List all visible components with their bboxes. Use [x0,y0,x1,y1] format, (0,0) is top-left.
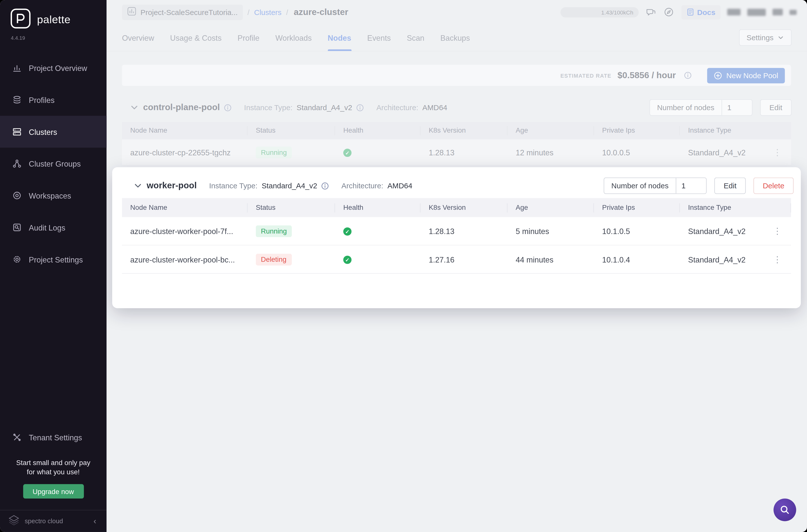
architecture-label: Architecture: [341,182,383,190]
row-actions-kebab-icon[interactable]: ⋮ [771,226,784,236]
health-cell: ✓ [335,254,420,264]
target-icon [12,191,21,200]
sidebar-item-label: Workspaces [29,191,71,200]
status-badge: Deleting [256,253,292,265]
column-header: Status [248,203,335,212]
number-of-nodes-label: Number of nodes [604,178,676,194]
tools-icon [12,433,21,442]
pool-header: worker-pool Instance Type: Standard_A4_v… [112,173,801,198]
chart-icon [12,63,21,72]
sidebar-item-label: Cluster Groups [29,159,81,168]
table-row: azure-cluster-worker-pool-bc... Deleting… [122,246,791,274]
help-search-fab[interactable] [773,498,796,521]
sidebar: palette 4.4.19 Project Overview Profiles… [0,0,107,532]
delete-pool-button[interactable]: Delete [753,177,794,194]
column-header: K8s Version [420,203,507,212]
k8s-version-cell: 1.28.13 [420,227,507,235]
column-header: Health [335,203,420,212]
footer-brand-text: spectro cloud [25,517,63,525]
age-cell: 5 minutes [507,227,594,235]
sidebar-nav: Project Overview Profiles Clusters Clust… [0,52,107,275]
sidebar-item-project-overview[interactable]: Project Overview [0,52,107,84]
row-actions-kebab-icon[interactable]: ⋮ [771,254,784,265]
private-ip-cell: 10.1.0.4 [594,255,680,264]
sidebar-item-tenant-settings[interactable]: Tenant Settings [0,424,107,450]
column-header: Age [507,203,594,212]
palette-logo-icon [10,8,31,31]
nodes-table: Node Name Status Health K8s Version Age … [122,198,791,274]
info-icon[interactable] [321,182,329,190]
table-header-row: Node Name Status Health K8s Version Age … [122,198,791,217]
sidebar-item-label: Tenant Settings [29,433,82,442]
sidebar-item-label: Audit Logs [29,223,65,232]
node-name-cell: azure-cluster-worker-pool-bc... [122,255,248,264]
audit-magnifier-icon [12,223,21,232]
brand-row: palette [0,0,107,31]
sidebar-item-profiles[interactable]: Profiles [0,84,107,116]
age-cell: 44 minutes [507,255,594,264]
sidebar-item-label: Project Settings [29,255,83,264]
health-check-icon: ✓ [343,256,352,264]
sidebar-item-workspaces[interactable]: Workspaces [0,179,107,212]
column-header: Instance Type [680,203,791,212]
number-of-nodes-input[interactable] [676,178,706,194]
sidebar-item-cluster-groups[interactable]: Cluster Groups [0,148,107,179]
sidebar-item-label: Project Overview [29,63,87,72]
sidebar-item-label: Profiles [29,95,54,104]
node-name-cell: azure-cluster-worker-pool-7f... [122,227,248,235]
sidebar-item-audit-logs[interactable]: Audit Logs [0,212,107,244]
gear-icon [12,255,21,264]
app-window: palette 4.4.19 Project Overview Profiles… [0,0,807,532]
status-badge: Running [256,225,292,237]
spectro-cloud-logo-icon [7,514,21,529]
instance-type-text: Standard_A4_v2 [688,227,746,235]
sidebar-item-project-settings[interactable]: Project Settings [0,243,107,275]
status-cell: Deleting [248,253,335,265]
health-cell: ✓ [335,226,420,236]
pool-controls: Number of nodes Edit Delete [604,177,793,194]
number-of-nodes-control: Number of nodes [604,177,707,194]
app-version: 4.4.19 [0,31,107,41]
status-cell: Running [248,225,335,237]
instance-type-cell: Standard_A4_v2 ⋮ [680,254,791,265]
column-header: Private Ips [594,203,680,212]
sidebar-bottom: Tenant Settings Start small and only pay… [0,424,107,532]
upgrade-button[interactable]: Upgrade now [23,484,84,498]
main-area: Project-ScaleSecureTutoria... / Clusters… [107,0,807,532]
sidebar-footer: spectro cloud ‹ [0,510,107,532]
promo-line-1: Start small and only pay [0,458,107,468]
health-check-icon: ✓ [343,228,352,236]
instance-type-cell: Standard_A4_v2 ⋮ [680,226,791,236]
edit-pool-button[interactable]: Edit [714,177,746,194]
table-row: azure-cluster-worker-pool-7f... Running … [122,217,791,245]
private-ip-cell: 10.1.0.5 [594,227,680,235]
instance-type-text: Standard_A4_v2 [688,255,746,264]
clusters-icon [12,127,21,136]
promo-line-2: for what you use! [0,468,107,477]
collapse-pool-chevron-icon[interactable] [134,182,142,190]
collapse-sidebar-chevron-icon[interactable]: ‹ [91,515,99,527]
layers-icon [12,95,21,104]
sidebar-item-clusters[interactable]: Clusters [0,116,107,148]
pool-name: worker-pool [147,180,196,191]
network-icon [12,159,21,168]
k8s-version-cell: 1.27.16 [420,255,507,264]
pool-section-worker-pool: worker-pool Instance Type: Standard_A4_v… [112,167,801,308]
promo-text: Start small and only pay for what you us… [0,458,107,477]
brand-name: palette [37,14,71,26]
instance-type-label: Instance Type: [209,182,258,190]
architecture-value: AMD64 [388,182,413,190]
sidebar-item-label: Clusters [29,127,57,136]
instance-type-value: Standard_A4_v2 [262,182,317,190]
column-header: Node Name [122,203,248,212]
search-icon [780,505,790,515]
